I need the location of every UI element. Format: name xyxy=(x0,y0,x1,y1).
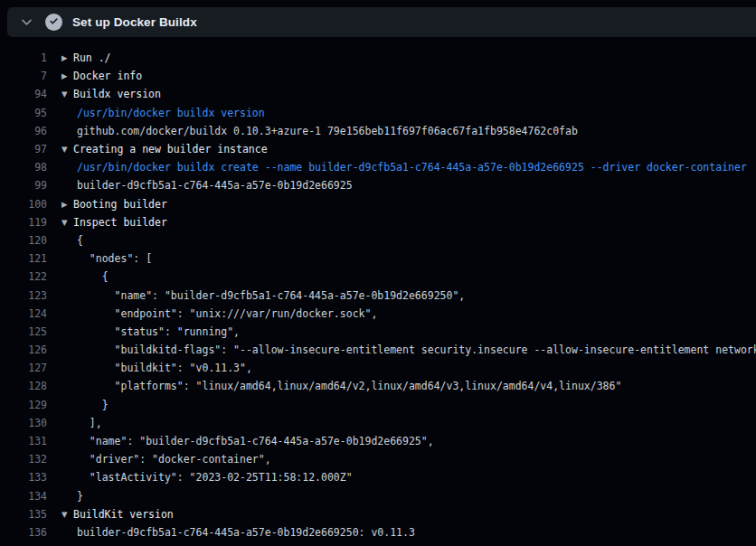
log-output-text: { xyxy=(61,270,109,283)
log-output-text: { xyxy=(61,234,83,247)
line-number-link[interactable]: 98 xyxy=(0,161,47,174)
log-line: 7▶Docker info xyxy=(0,67,756,85)
log-output-text: github.com/docker/buildx 0.10.3+azure-1 … xyxy=(61,125,578,137)
log-group-header[interactable]: ▶Run ./ xyxy=(61,52,111,64)
log-group-header[interactable]: ▼Buildx version xyxy=(61,88,161,100)
group-collapse-icon[interactable]: ▼ xyxy=(61,145,73,154)
log-line: 131 "name": "builder-d9cfb5a1-c764-445a-… xyxy=(0,432,756,450)
log-line: 124 "endpoint": "unix:///var/run/docker.… xyxy=(0,305,756,323)
log-group-title: Inspect builder xyxy=(73,216,167,229)
group-expand-icon[interactable]: ▶ xyxy=(61,53,73,62)
log-group-title: Booting builder xyxy=(73,198,167,211)
log-line: 96github.com/docker/buildx 0.10.3+azure-… xyxy=(0,122,756,140)
log-group-header[interactable]: ▶Docker info xyxy=(61,70,142,82)
log-line: 121 "nodes": [ xyxy=(0,249,756,268)
log-line: 129 } xyxy=(0,396,756,414)
line-number-link[interactable]: 95 xyxy=(0,107,47,119)
line-number-link[interactable]: 1 xyxy=(0,52,47,64)
line-number-link[interactable]: 125 xyxy=(0,325,47,338)
log-line: 128 "platforms": "linux/amd64,linux/amd6… xyxy=(0,377,756,395)
line-number-link[interactable]: 122 xyxy=(0,270,47,283)
log-line: 122 { xyxy=(0,268,756,286)
check-circle-icon xyxy=(45,14,62,31)
line-number-link[interactable]: 134 xyxy=(0,490,47,503)
log-output-text: "driver": "docker-container", xyxy=(61,453,271,466)
line-number-link[interactable]: 133 xyxy=(0,471,47,484)
log-output-text: "lastActivity": "2023-02-25T11:58:12.000… xyxy=(61,471,353,484)
log-line: 126 "buildkitd-flags": "--allow-insecure… xyxy=(0,341,756,359)
line-number-link[interactable]: 119 xyxy=(0,216,47,229)
log-output-text: "buildkitd-flags": "--allow-insecure-ent… xyxy=(61,344,756,356)
log-group-title: Creating a new builder instance xyxy=(73,143,268,155)
line-number-link[interactable]: 130 xyxy=(0,417,47,429)
log-line: 120{ xyxy=(0,231,756,249)
step-header[interactable]: Set up Docker Buildx xyxy=(7,7,756,37)
line-number-link[interactable]: 135 xyxy=(0,508,47,521)
log-group-header[interactable]: ▼Creating a new builder instance xyxy=(61,143,268,155)
log-line: 125 "status": "running", xyxy=(0,323,756,341)
line-number-link[interactable]: 126 xyxy=(0,344,47,356)
log-line: 99builder-d9cfb5a1-c764-445a-a57e-0b19d2… xyxy=(0,176,756,194)
log-command-text: /usr/bin/docker buildx version xyxy=(61,107,265,119)
log-command-text: /usr/bin/docker buildx create --name bui… xyxy=(61,161,747,174)
chevron-down-icon[interactable] xyxy=(20,15,33,29)
line-number-link[interactable]: 94 xyxy=(0,88,47,100)
line-number-link[interactable]: 124 xyxy=(0,307,47,320)
log-output-text: "name": "builder-d9cfb5a1-c764-445a-a57e… xyxy=(61,289,465,302)
log-output-text: } xyxy=(61,399,109,411)
log-line: 94▼Buildx version xyxy=(0,85,756,103)
line-number-link[interactable]: 100 xyxy=(0,198,47,211)
line-number-link[interactable]: 120 xyxy=(0,234,47,247)
log-line: 1▶Run ./ xyxy=(0,49,756,67)
line-number-link[interactable]: 129 xyxy=(0,399,47,411)
line-number-link[interactable]: 123 xyxy=(0,289,47,302)
log-group-title: Buildx version xyxy=(73,88,161,100)
group-expand-icon[interactable]: ▶ xyxy=(61,71,73,80)
log-output-text: "nodes": [ xyxy=(61,252,152,265)
group-expand-icon[interactable]: ▶ xyxy=(61,200,73,209)
log-output-text: "status": "running", xyxy=(61,325,240,338)
log-console: 1▶Run ./7▶Docker info94▼Buildx version95… xyxy=(0,37,756,546)
log-output-text: ], xyxy=(61,417,102,429)
log-line: 98/usr/bin/docker buildx create --name b… xyxy=(0,158,756,176)
line-number-link[interactable]: 97 xyxy=(0,143,47,155)
log-output-text: "buildkit": "v0.11.3", xyxy=(61,362,252,374)
log-group-header[interactable]: ▶Booting builder xyxy=(61,198,167,211)
log-output-text: "platforms": "linux/amd64,linux/amd64/v2… xyxy=(61,380,621,392)
line-number-link[interactable]: 121 xyxy=(0,252,47,265)
line-number-link[interactable]: 96 xyxy=(0,125,47,137)
log-output-text: builder-d9cfb5a1-c764-445a-a57e-0b19d2e6… xyxy=(61,526,415,539)
log-output-text: builder-d9cfb5a1-c764-445a-a57e-0b19d2e6… xyxy=(61,179,353,192)
line-number-link[interactable]: 99 xyxy=(0,179,47,192)
log-line: 133 "lastActivity": "2023-02-25T11:58:12… xyxy=(0,468,756,486)
log-line: 119▼Inspect builder xyxy=(0,213,756,231)
log-group-title: Docker info xyxy=(73,70,142,82)
group-collapse-icon[interactable]: ▼ xyxy=(61,89,73,99)
line-number-link[interactable]: 136 xyxy=(0,526,47,539)
line-number-link[interactable]: 128 xyxy=(0,380,47,392)
group-collapse-icon[interactable]: ▼ xyxy=(61,510,73,519)
line-number-link[interactable]: 127 xyxy=(0,362,47,374)
log-line: 136builder-d9cfb5a1-c764-445a-a57e-0b19d… xyxy=(0,523,756,541)
log-group-header[interactable]: ▼Inspect builder xyxy=(61,216,167,229)
log-output-text: } xyxy=(61,490,83,503)
log-output-text: "endpoint": "unix:///var/run/docker.sock… xyxy=(61,307,377,320)
line-number-link[interactable]: 132 xyxy=(0,453,47,466)
step-title: Set up Docker Buildx xyxy=(72,15,197,29)
log-group-title: BuildKit version xyxy=(73,508,174,521)
log-line: 97▼Creating a new builder instance xyxy=(0,140,756,158)
log-line: 135▼BuildKit version xyxy=(0,505,756,523)
log-line: 130 ], xyxy=(0,414,756,432)
group-collapse-icon[interactable]: ▼ xyxy=(61,218,73,227)
log-line: 100▶Booting builder xyxy=(0,195,756,213)
line-number-link[interactable]: 7 xyxy=(0,70,47,82)
log-group-title: Run ./ xyxy=(73,52,111,64)
log-line: 123 "name": "builder-d9cfb5a1-c764-445a-… xyxy=(0,286,756,304)
log-line: 127 "buildkit": "v0.11.3", xyxy=(0,359,756,377)
log-line: 95/usr/bin/docker buildx version xyxy=(0,104,756,122)
log-line: 132 "driver": "docker-container", xyxy=(0,450,756,468)
log-group-header[interactable]: ▼BuildKit version xyxy=(61,508,174,521)
log-output-text: "name": "builder-d9cfb5a1-c764-445a-a57e… xyxy=(61,435,434,447)
log-line: 134} xyxy=(0,487,756,505)
line-number-link[interactable]: 131 xyxy=(0,435,47,447)
